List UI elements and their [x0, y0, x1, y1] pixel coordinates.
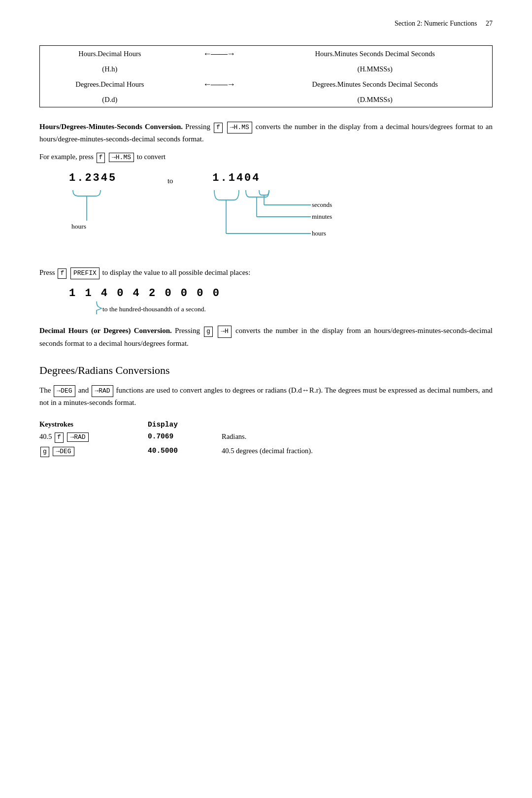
display-2: 40.5000: [148, 445, 222, 459]
keystrokes-table: Keystrokes Display 40.5 f →RAD 0.7069 Ra…: [39, 418, 493, 459]
key-deg: →DEG: [54, 385, 75, 397]
table-cell-left: (H.h): [40, 62, 180, 76]
prefix-label: to the hundred-thousandth of a second.: [102, 305, 206, 313]
key-g: g: [204, 327, 213, 337]
table-cell-right: Hours.Minutes Seconds Decimal Seconds: [258, 46, 492, 63]
conversion-diagram: 1.2345 hours to 1.1404 seconds minutes: [69, 172, 493, 257]
key-hms-example: →H.MS: [109, 153, 134, 162]
prefix-brace-svg: [93, 300, 102, 315]
key-f-example: f: [97, 153, 105, 163]
col-header-keystrokes: Keystrokes: [39, 418, 148, 431]
svg-text:minutes: minutes: [312, 213, 332, 220]
prefix-section: 1 1 4 0 4 2 0 0 0 0 to the hundred-thous…: [69, 287, 493, 315]
table-row: g →DEG 40.5000 40.5 degrees (decimal fra…: [39, 445, 493, 459]
key-deg-btn: →DEG: [53, 447, 74, 456]
number-right: 1.1404: [212, 172, 360, 184]
key-f-prefix: f: [58, 268, 66, 279]
example-line: For example, press f →H.MS to convert: [39, 153, 493, 163]
key-hms: →H.MS: [227, 122, 252, 133]
keystroke-2: g →DEG: [39, 445, 148, 459]
radians-heading: Degrees/Radians Conversions: [39, 364, 493, 377]
prefix-number: 1 1 4 0 4 2 0 0 0 0: [69, 287, 493, 299]
table-cell-left: Degrees.Decimal Hours: [40, 76, 180, 93]
desc-2: 40.5 degrees (decimal fraction).: [222, 445, 493, 459]
key-f-rad: f: [55, 432, 64, 443]
right-diagram: 1.1404 seconds minutes hours: [212, 172, 360, 257]
to-label: to: [167, 177, 173, 185]
desc-1: Radians.: [222, 431, 493, 445]
col-header-desc: [222, 418, 493, 431]
svg-text:seconds: seconds: [312, 201, 332, 208]
key-rad-btn: →RAD: [67, 432, 88, 442]
table-row: (H.h) (H.MMSSs): [40, 62, 493, 76]
right-brace-svg: seconds minutes hours: [212, 186, 360, 255]
key-h: →H: [218, 326, 232, 337]
table-cell-right: (H.MMSSs): [258, 62, 492, 76]
table-cell-arrow: [180, 93, 258, 107]
display-1: 0.7069: [148, 431, 222, 445]
table-cell-right: Degrees.Minutes Seconds Decimal Seconds: [258, 76, 492, 93]
svg-text:hours: hours: [312, 230, 326, 237]
number-left: 1.2345: [69, 172, 128, 184]
table-header-row: Keystrokes Display: [39, 418, 493, 431]
table-row: Degrees.Decimal Hours ←——→ Degrees.Minut…: [40, 76, 493, 93]
page-header: Section 2: Numeric Functions 27: [39, 20, 493, 31]
key-rad: →RAD: [92, 385, 113, 397]
table-cell-arrow: ←——→: [180, 76, 258, 93]
keystroke-1: 40.5 f →RAD: [39, 431, 148, 445]
key-prefix: PREFIX: [70, 267, 100, 279]
table-cell-right: (D.MMSSs): [258, 93, 492, 107]
table-cell-arrow: ←——→: [180, 46, 258, 63]
col-header-display: Display: [148, 418, 222, 431]
left-diagram: 1.2345 hours: [69, 172, 128, 231]
hms-intro: Pressing: [185, 123, 213, 131]
keystrokes-table-section: Keystrokes Display 40.5 f →RAD 0.7069 Ra…: [39, 418, 493, 459]
key-f: f: [214, 123, 223, 133]
table-row: 40.5 f →RAD 0.7069 Radians.: [39, 431, 493, 445]
table-cell-left: (D.d): [40, 93, 180, 107]
decimal-section-para: Decimal Hours (or Degrees) Conversion. P…: [39, 325, 493, 349]
section-title: Section 2: Numeric Functions: [395, 20, 477, 27]
radians-section-para: The →DEG and →RAD functions are used to …: [39, 385, 493, 408]
table-cell-arrow: [180, 62, 258, 76]
key-g-deg: g: [40, 447, 49, 457]
prefix-para: Press f PREFIX to display the value to a…: [39, 267, 493, 279]
table-row: Hours.Decimal Hours ←——→ Hours.Minutes S…: [40, 46, 493, 63]
hms-title: Hours/Degrees-Minutes-Seconds Conversion…: [39, 123, 183, 131]
hms-section-para: Hours/Degrees-Minutes-Seconds Conversion…: [39, 121, 493, 145]
conversion-table: Hours.Decimal Hours ←——→ Hours.Minutes S…: [39, 45, 493, 107]
table-row: (D.d) (D.MMSSs): [40, 93, 493, 107]
page-number: 27: [486, 20, 493, 27]
decimal-title: Decimal Hours (or Degrees) Conversion.: [39, 327, 172, 334]
table-cell-left: Hours.Decimal Hours: [40, 46, 180, 63]
